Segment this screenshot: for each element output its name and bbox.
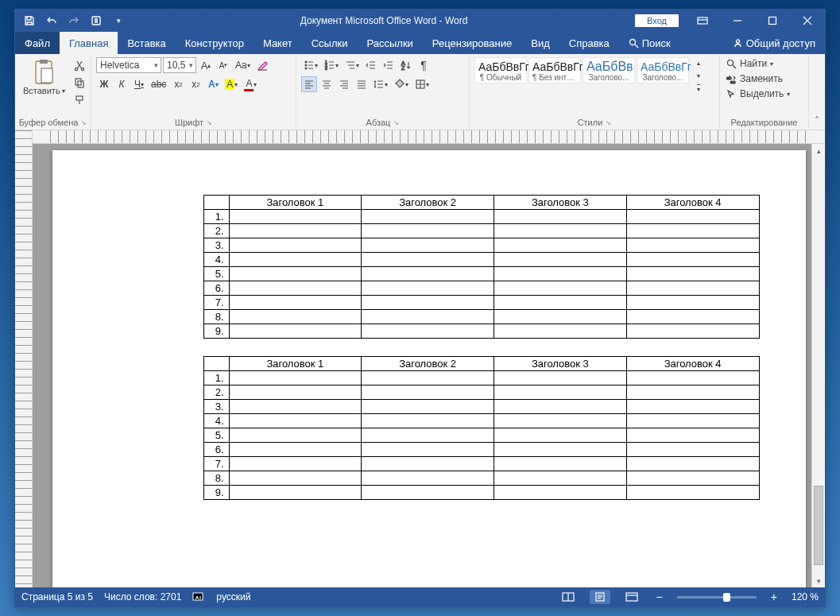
table-cell[interactable] (494, 296, 627, 310)
status-words[interactable]: Число слов: 2701 (104, 591, 181, 602)
table-cell[interactable] (494, 428, 627, 443)
tab-mailings[interactable]: Рассылки (357, 32, 422, 54)
collapse-ribbon-icon[interactable]: ˄ (809, 54, 825, 130)
table-cell[interactable] (494, 443, 627, 457)
table-row-num[interactable]: 6. (203, 443, 229, 457)
document-table-2[interactable]: Заголовок 1Заголовок 2Заголовок 3Заголов… (203, 356, 760, 500)
font-size-select[interactable]: 10,5 (163, 57, 196, 73)
table-cell[interactable] (362, 428, 494, 443)
qat-more-icon[interactable]: ▾ (109, 11, 128, 30)
table-cell[interactable] (229, 253, 362, 267)
table-cell[interactable] (626, 238, 759, 253)
ribbon-display-icon[interactable] (685, 10, 720, 32)
align-right-icon[interactable] (336, 76, 352, 92)
status-language[interactable]: русский (216, 591, 250, 602)
table-cell[interactable] (494, 400, 627, 414)
shading-icon[interactable]: ▾ (392, 76, 411, 92)
table-cell[interactable] (626, 443, 759, 457)
table-row-num[interactable]: 3. (203, 400, 229, 414)
scroll-down-icon[interactable]: ▾ (812, 574, 825, 587)
table-cell[interactable] (494, 310, 627, 324)
superscript-icon[interactable]: x2 (188, 76, 203, 92)
style-normal[interactable]: АаБбВвГг¶ Обычный (474, 57, 527, 83)
table-cell[interactable] (494, 486, 627, 500)
table-row-num[interactable]: 9. (203, 324, 229, 339)
increase-indent-icon[interactable] (381, 57, 397, 73)
font-family-select[interactable]: Helvetica (96, 57, 161, 73)
table-cell[interactable] (494, 281, 627, 296)
table-cell[interactable] (362, 324, 494, 339)
table-cell[interactable] (229, 428, 362, 443)
touchmode-icon[interactable] (87, 11, 106, 30)
table-cell[interactable] (494, 238, 627, 253)
table-cell[interactable] (626, 267, 759, 281)
table-cell[interactable] (229, 471, 362, 486)
table-row-num[interactable]: 9. (203, 486, 229, 500)
zoom-in-icon[interactable]: + (768, 591, 780, 603)
highlight-icon[interactable]: A▾ (223, 76, 240, 92)
table-cell[interactable] (229, 296, 362, 310)
vertical-scrollbar[interactable]: ▴ ▾ (811, 144, 825, 587)
font-launcher-icon[interactable]: ↘ (207, 119, 212, 126)
table-row-num[interactable]: 2. (203, 224, 229, 238)
decrease-indent-icon[interactable] (363, 57, 379, 73)
italic-button[interactable]: К (114, 76, 130, 92)
table-cell[interactable] (362, 224, 494, 238)
table-cell[interactable] (229, 486, 362, 500)
table-cell[interactable] (626, 428, 759, 443)
tab-layout[interactable]: Макет (254, 32, 302, 54)
table-header[interactable]: Заголовок 2 (362, 196, 494, 210)
table-corner[interactable] (203, 357, 229, 371)
table-cell[interactable] (626, 457, 759, 471)
table-cell[interactable] (362, 210, 494, 224)
undo-icon[interactable] (42, 11, 61, 30)
table-cell[interactable] (626, 210, 759, 224)
table-cell[interactable] (229, 385, 362, 400)
horizontal-ruler[interactable] (33, 130, 825, 144)
table-cell[interactable] (494, 371, 627, 385)
maximize-icon[interactable] (755, 10, 790, 32)
table-cell[interactable] (229, 371, 362, 385)
tab-help[interactable]: Справка (559, 32, 619, 54)
table-cell[interactable] (362, 238, 494, 253)
table-cell[interactable] (229, 414, 362, 428)
table-cell[interactable] (494, 385, 627, 400)
scroll-up-icon[interactable]: ▴ (812, 144, 825, 157)
view-read-icon[interactable] (558, 590, 579, 604)
table-cell[interactable] (494, 224, 627, 238)
save-icon[interactable] (20, 11, 39, 30)
style-heading2[interactable]: АаБбВвГгЗаголово... (637, 57, 689, 83)
table-header[interactable]: Заголовок 4 (626, 357, 759, 371)
tab-home[interactable]: Главная (60, 32, 118, 54)
table-cell[interactable] (626, 224, 759, 238)
tab-share[interactable]: Общий доступ (723, 32, 825, 54)
table-cell[interactable] (626, 296, 759, 310)
status-page[interactable]: Страница 5 из 5 (21, 591, 93, 602)
table-cell[interactable] (362, 400, 494, 414)
scroll-thumb[interactable] (814, 486, 823, 565)
tab-references[interactable]: Ссылки (302, 32, 358, 54)
table-cell[interactable] (626, 281, 759, 296)
table-cell[interactable] (626, 324, 759, 339)
table-cell[interactable] (362, 281, 494, 296)
table-header[interactable]: Заголовок 1 (229, 357, 362, 371)
tab-search[interactable]: Поиск (619, 32, 680, 54)
table-cell[interactable] (362, 457, 494, 471)
page[interactable]: Заголовок 1Заголовок 2Заголовок 3Заголов… (52, 150, 806, 587)
underline-button[interactable]: Ч▾ (131, 76, 147, 92)
tab-review[interactable]: Рецензирование (423, 32, 521, 54)
numbering-icon[interactable]: 123▾ (322, 57, 341, 73)
tab-design[interactable]: Конструктор (176, 32, 254, 54)
table-header[interactable]: Заголовок 4 (626, 196, 759, 210)
table-cell[interactable] (229, 457, 362, 471)
close-icon[interactable] (790, 10, 825, 32)
table-cell[interactable] (626, 253, 759, 267)
paragraph-launcher-icon[interactable]: ↘ (393, 119, 399, 126)
table-cell[interactable] (494, 267, 627, 281)
cut-icon[interactable] (72, 57, 87, 73)
zoom-slider[interactable] (677, 596, 757, 599)
table-row-num[interactable]: 7. (203, 457, 229, 471)
bold-button[interactable]: Ж (96, 76, 112, 92)
find-button[interactable]: Найти▾ (725, 57, 792, 70)
style-nospacing[interactable]: АаБбВвГг¶ Без инте... (528, 57, 581, 83)
